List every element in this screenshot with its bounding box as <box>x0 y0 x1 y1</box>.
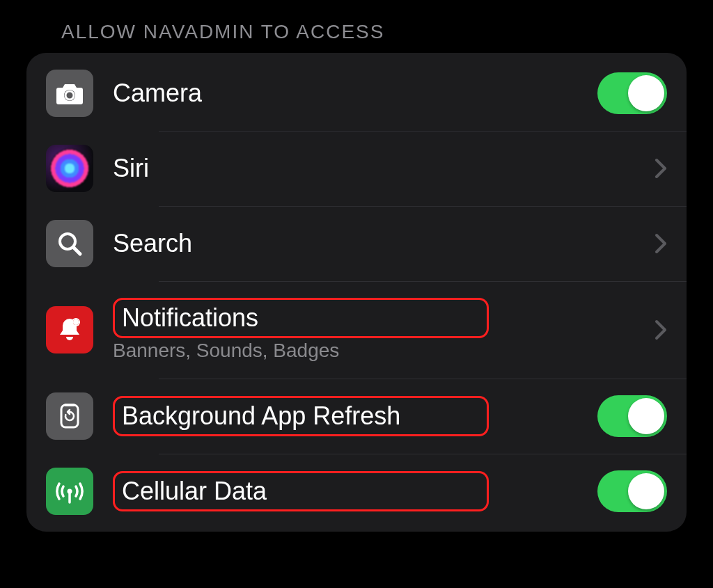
cellular-icon <box>46 468 93 515</box>
background-refresh-label: Background App Refresh <box>113 396 489 436</box>
row-camera[interactable]: Camera <box>26 56 687 131</box>
row-cellular-data[interactable]: Cellular Data <box>26 454 687 529</box>
label-area: Notifications Banners, Sounds, Badges <box>113 298 648 361</box>
row-siri[interactable]: Siri <box>26 131 687 206</box>
label-area: Cellular Data <box>113 471 590 511</box>
section-header: ALLOW NAVADMIN TO ACCESS <box>26 21 687 43</box>
label-area: Camera <box>113 78 590 108</box>
row-search[interactable]: Search <box>26 206 687 281</box>
refresh-icon <box>46 392 93 440</box>
toggle-knob <box>628 75 664 111</box>
label-area: Background App Refresh <box>113 396 590 436</box>
svg-line-3 <box>74 248 80 254</box>
label-area: Search <box>113 228 648 258</box>
camera-label: Camera <box>113 78 577 108</box>
siri-label: Siri <box>113 153 634 183</box>
notifications-sublabel: Banners, Sounds, Badges <box>113 340 634 362</box>
camera-toggle[interactable] <box>597 72 667 114</box>
search-label: Search <box>113 228 634 258</box>
notifications-label: Notifications <box>113 298 489 337</box>
search-icon <box>46 220 93 267</box>
camera-icon <box>46 70 93 117</box>
row-notifications[interactable]: Notifications Banners, Sounds, Badges <box>26 281 687 379</box>
background-refresh-toggle[interactable] <box>597 395 667 437</box>
cellular-data-label: Cellular Data <box>113 471 489 511</box>
bell-icon <box>46 306 93 353</box>
cellular-data-toggle[interactable] <box>597 470 667 512</box>
toggle-knob <box>628 473 664 509</box>
toggle-knob <box>628 398 664 434</box>
row-background-refresh[interactable]: Background App Refresh <box>26 379 687 454</box>
chevron-right-icon <box>655 233 667 254</box>
svg-point-6 <box>73 319 79 325</box>
chevron-right-icon <box>655 158 667 179</box>
chevron-right-icon <box>655 319 667 340</box>
settings-card: Camera Siri <box>26 53 687 532</box>
svg-rect-7 <box>61 405 78 427</box>
label-area: Siri <box>113 153 648 183</box>
siri-icon <box>46 145 93 192</box>
